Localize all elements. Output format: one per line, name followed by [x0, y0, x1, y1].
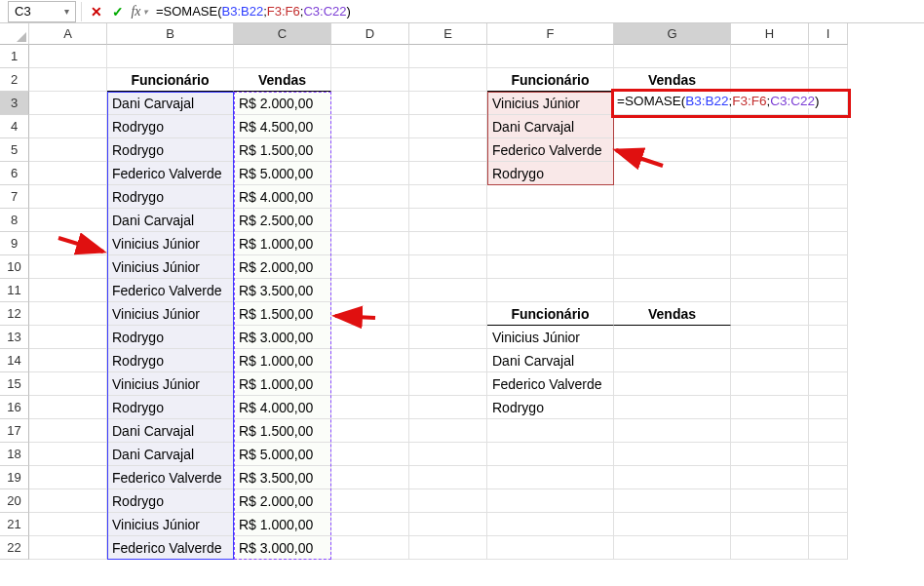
cell-E13[interactable] — [409, 326, 487, 349]
cell-G22[interactable] — [614, 536, 731, 560]
cell-C15[interactable]: R$ 1.000,00 — [234, 372, 331, 396]
cell-H8[interactable] — [731, 209, 809, 232]
cell-H16[interactable] — [731, 396, 809, 419]
cell-A19[interactable] — [29, 466, 107, 489]
cell-H21[interactable] — [731, 513, 809, 536]
cell-I19[interactable] — [809, 466, 848, 489]
cell-I20[interactable] — [809, 489, 848, 513]
cell-E10[interactable] — [409, 255, 487, 279]
cell-F12[interactable]: Funcionário — [487, 302, 614, 326]
row-header-9[interactable]: 9 — [0, 232, 29, 255]
cell-F20[interactable] — [487, 489, 614, 513]
cell-E1[interactable] — [409, 45, 487, 68]
cell-E22[interactable] — [409, 536, 487, 560]
cell-C22[interactable]: R$ 3.000,00 — [234, 536, 331, 560]
cell-I6[interactable] — [809, 162, 848, 185]
col-header-C[interactable]: C — [234, 23, 331, 45]
cell-F1[interactable] — [487, 45, 614, 68]
cell-D17[interactable] — [331, 419, 409, 443]
cell-A18[interactable] — [29, 443, 107, 466]
formula-bar[interactable]: =SOMASE(B3:B22;F3:F6;C3:C22) — [150, 1, 924, 22]
cell-D2[interactable] — [331, 68, 409, 92]
cell-H17[interactable] — [731, 419, 809, 443]
cell-E3[interactable] — [409, 92, 487, 115]
cell-A7[interactable] — [29, 185, 107, 209]
cell-B11[interactable]: Federico Valverde — [107, 279, 234, 302]
cell-F4[interactable]: Dani Carvajal — [487, 115, 614, 138]
cell-D11[interactable] — [331, 279, 409, 302]
cell-C7[interactable]: R$ 4.000,00 — [234, 185, 331, 209]
col-header-B[interactable]: B — [107, 23, 234, 45]
cell-I4[interactable] — [809, 115, 848, 138]
cell-C3[interactable]: R$ 2.000,00 — [234, 92, 331, 115]
cell-B7[interactable]: Rodrygo — [107, 185, 234, 209]
cell-B3[interactable]: Dani Carvajal — [107, 92, 234, 115]
cell-B19[interactable]: Federico Valverde — [107, 466, 234, 489]
cell-B2[interactable]: Funcionário — [107, 68, 234, 92]
cell-F19[interactable] — [487, 466, 614, 489]
cell-C20[interactable]: R$ 2.000,00 — [234, 489, 331, 513]
cell-C18[interactable]: R$ 5.000,00 — [234, 443, 331, 466]
cell-G5[interactable] — [614, 138, 731, 162]
cell-H12[interactable] — [731, 302, 809, 326]
cell-D18[interactable] — [331, 443, 409, 466]
cell-G1[interactable] — [614, 45, 731, 68]
row-header-13[interactable]: 13 — [0, 326, 29, 349]
cell-A10[interactable] — [29, 255, 107, 279]
cell-F13[interactable]: Vinicius Júnior — [487, 326, 614, 349]
row-header-12[interactable]: 12 — [0, 302, 29, 326]
cell-G18[interactable] — [614, 443, 731, 466]
col-header-G[interactable]: G — [614, 23, 731, 45]
cell-I9[interactable] — [809, 232, 848, 255]
cell-D3[interactable] — [331, 92, 409, 115]
cell-D22[interactable] — [331, 536, 409, 560]
cell-I12[interactable] — [809, 302, 848, 326]
spreadsheet-grid[interactable]: ABCDEFGHI12FuncionárioVendasFuncionárioV… — [0, 23, 924, 560]
cell-C4[interactable]: R$ 4.500,00 — [234, 115, 331, 138]
cell-B17[interactable]: Dani Carvajal — [107, 419, 234, 443]
cell-B12[interactable]: Vinicius Júnior — [107, 302, 234, 326]
row-header-4[interactable]: 4 — [0, 115, 29, 138]
cell-C13[interactable]: R$ 3.000,00 — [234, 326, 331, 349]
cell-F15[interactable]: Federico Valverde — [487, 372, 614, 396]
cell-I18[interactable] — [809, 443, 848, 466]
cell-I2[interactable] — [809, 68, 848, 92]
cell-I15[interactable] — [809, 372, 848, 396]
row-header-15[interactable]: 15 — [0, 372, 29, 396]
row-header-16[interactable]: 16 — [0, 396, 29, 419]
cell-C9[interactable]: R$ 1.000,00 — [234, 232, 331, 255]
cell-D10[interactable] — [331, 255, 409, 279]
cell-D14[interactable] — [331, 349, 409, 372]
cell-H1[interactable] — [731, 45, 809, 68]
cell-F6[interactable]: Rodrygo — [487, 162, 614, 185]
cell-G8[interactable] — [614, 209, 731, 232]
cell-F21[interactable] — [487, 513, 614, 536]
cell-B1[interactable] — [107, 45, 234, 68]
row-header-5[interactable]: 5 — [0, 138, 29, 162]
cell-G21[interactable] — [614, 513, 731, 536]
row-header-8[interactable]: 8 — [0, 209, 29, 232]
cell-I17[interactable] — [809, 419, 848, 443]
cell-E2[interactable] — [409, 68, 487, 92]
cell-B6[interactable]: Federico Valverde — [107, 162, 234, 185]
cell-C1[interactable] — [234, 45, 331, 68]
fx-button[interactable]: fx▾ — [129, 1, 150, 22]
row-header-17[interactable]: 17 — [0, 419, 29, 443]
cell-G15[interactable] — [614, 372, 731, 396]
cell-G16[interactable] — [614, 396, 731, 419]
cell-H15[interactable] — [731, 372, 809, 396]
cell-B15[interactable]: Vinicius Júnior — [107, 372, 234, 396]
cell-H18[interactable] — [731, 443, 809, 466]
cell-G17[interactable] — [614, 419, 731, 443]
cell-D6[interactable] — [331, 162, 409, 185]
cell-H13[interactable] — [731, 326, 809, 349]
cell-F3[interactable]: Vinicius Júnior — [487, 92, 614, 115]
cell-D5[interactable] — [331, 138, 409, 162]
cell-G6[interactable] — [614, 162, 731, 185]
col-header-A[interactable]: A — [29, 23, 107, 45]
cell-A4[interactable] — [29, 115, 107, 138]
cell-H7[interactable] — [731, 185, 809, 209]
row-header-3[interactable]: 3 — [0, 92, 29, 115]
cell-F8[interactable] — [487, 209, 614, 232]
row-header-21[interactable]: 21 — [0, 513, 29, 536]
